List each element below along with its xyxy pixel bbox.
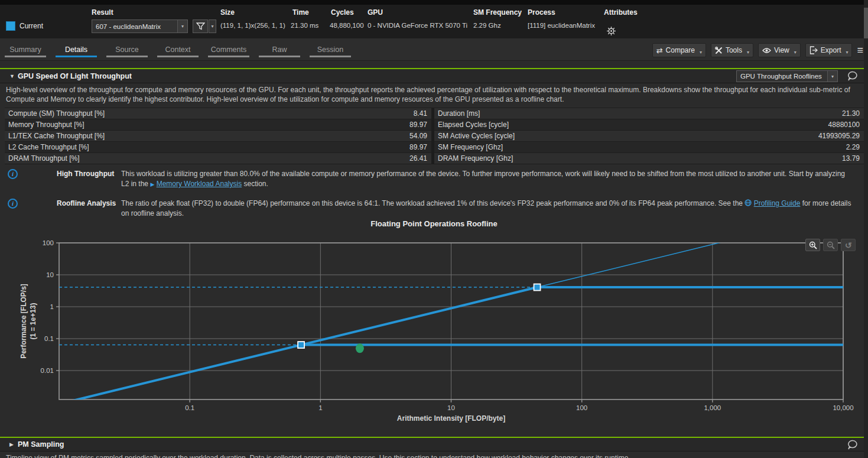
time-label: Time [292, 8, 309, 17]
table-row[interactable]: SM Frequency [Ghz]2.29 [434, 142, 864, 153]
x-tick-label: 10 [447, 404, 455, 411]
x-tick-label: 1 [318, 404, 322, 411]
metric-name: Elapsed Cycles [cycle] [434, 121, 509, 129]
result-label: Result [92, 8, 113, 17]
advisory-title: High Throughput [57, 170, 114, 178]
export-button[interactable]: Export ▾ [805, 43, 853, 57]
advisory-body: The ratio of peak float (FP32) to double… [121, 199, 743, 207]
view-button[interactable]: View ▾ [758, 43, 801, 57]
scrollbar-thumb[interactable] [864, 8, 868, 38]
comment-bubble-icon[interactable] [847, 70, 859, 82]
y-tick-label: 10 [46, 271, 54, 278]
y-axis-title: Performance [FLOP/s] [19, 284, 28, 359]
cycles-label: Cycles [331, 8, 354, 17]
memory-workload-analysis-link[interactable]: Memory Workload Analysis [157, 180, 242, 188]
attributes-gear-icon[interactable] [606, 26, 616, 36]
tab-comments[interactable]: Comments [203, 38, 254, 61]
table-row[interactable]: Duration [ms]21.30 [434, 108, 864, 119]
tab-context[interactable]: Context [152, 38, 203, 61]
view-eye-icon [762, 47, 771, 54]
tools-wrench-icon [715, 47, 723, 54]
attributes-label: Attributes [604, 8, 638, 17]
chart-zoom-out-button [823, 239, 838, 251]
sol-view-selector-dropdown[interactable]: GPU Throughput Rooflines ▾ [736, 70, 838, 82]
time-value: 21.30 ms [291, 22, 318, 29]
tab-summary[interactable]: Summary [0, 38, 51, 61]
sm-frequency-label: SM Frequency [473, 8, 522, 17]
tab-raw[interactable]: Raw [254, 38, 305, 61]
ridge-point-marker[interactable] [298, 342, 304, 348]
process-label: Process [528, 8, 555, 17]
filter-options-caret-button[interactable]: ▾ [209, 20, 216, 33]
y-tick-label: 100 [43, 239, 54, 246]
table-row[interactable]: L2 Cache Throughput [%]89.97 [5, 142, 431, 153]
tools-button[interactable]: Tools ▾ [711, 43, 753, 57]
compare-button-label: Compare [666, 46, 695, 54]
sol-view-selector-value: GPU Throughput Rooflines [737, 73, 827, 80]
section-link-icon: ▶ [150, 181, 154, 187]
roofline-chart: 0.11101001,00010,0001001010.10.01Arithme… [0, 233, 868, 434]
result-header-bar: Current Result 607 - euclideanMatrix ▾ ▾… [0, 5, 868, 39]
table-row[interactable]: Compute (SM) Throughput [%]8.41 [5, 108, 431, 119]
info-icon [8, 199, 18, 209]
metric-value: 2.29 [846, 143, 864, 151]
compare-button[interactable]: ⇄ Compare ▾ [652, 43, 706, 57]
process-value: [1119] euclideanMatrix [528, 22, 595, 29]
info-icon [8, 169, 18, 179]
current-result-label: Current [19, 22, 43, 30]
metric-value: 26.41 [409, 154, 431, 163]
x-axis-title: Arithmetic Intensity [FLOP/byte] [397, 414, 505, 423]
pm-sampling-description: Timeline view of PM metrics sampled peri… [6, 453, 863, 458]
sol-section-title: GPU Speed Of Light Throughput [18, 72, 132, 80]
reset-view-icon: ↺ [845, 241, 852, 249]
nsight-compute-window: Current Result 607 - euclideanMatrix ▾ ▾… [0, 0, 868, 458]
tab-details[interactable]: Details [51, 38, 102, 61]
comment-bubble-icon[interactable] [847, 439, 859, 451]
hamburger-menu-icon[interactable]: ≡ [857, 44, 863, 57]
expand-triangle-icon[interactable]: ▶ [9, 441, 18, 447]
profiling-guide-link[interactable]: Profiling Guide [754, 199, 801, 207]
advisory-text: This workload is utilizing greater than … [121, 169, 854, 190]
sol-description: High-level overview of the throughput fo… [6, 85, 863, 104]
advisory-title: Roofline Analysis [57, 199, 116, 207]
collapse-triangle-icon[interactable]: ▼ [9, 73, 18, 79]
pm-sampling-section-header[interactable]: ▶ PM Sampling [0, 438, 868, 451]
export-icon [810, 46, 818, 54]
metric-value: 48880100 [828, 121, 864, 129]
table-row[interactable]: L1/TEX Cache Throughput [%]54.09 [5, 131, 431, 142]
table-row[interactable]: DRAM Frequency [Ghz]13.79 [434, 153, 864, 164]
metric-value: 89.97 [409, 143, 431, 151]
metric-value: 41993095.29 [818, 132, 864, 140]
x-tick-label: 1,000 [704, 404, 721, 411]
sol-metrics-table-right: Duration [ms]21.30Elapsed Cycles [cycle]… [434, 108, 864, 164]
gpu-value: 0 - NVIDIA GeForce RTX 5070 Ti [368, 22, 467, 29]
tab-session[interactable]: Session [305, 38, 356, 61]
filter-funnel-icon [196, 22, 205, 30]
advisory-suffix: section. [244, 180, 268, 188]
y-axis-unit-note: (1 = 1e+13) [29, 303, 37, 339]
vertical-scrollbar[interactable] [864, 0, 868, 458]
achieved-value-point[interactable] [356, 343, 364, 353]
table-row[interactable]: SM Active Cycles [cycle]41993095.29 [434, 131, 864, 142]
memory-bandwidth-extension-line [537, 233, 843, 287]
chart-reset-view-button: ↺ [841, 239, 856, 251]
zoom-in-icon [809, 241, 817, 249]
x-tick-label: 100 [576, 404, 587, 411]
window-top-strip [0, 0, 868, 5]
table-row[interactable]: DRAM Throughput [%]26.41 [5, 153, 431, 164]
result-dropdown[interactable]: 607 - euclideanMatrix ▾ [92, 20, 188, 33]
gpu-label: GPU [368, 8, 383, 17]
table-row[interactable]: Memory Throughput [%]89.97 [5, 119, 431, 131]
pm-sampling-title: PM Sampling [18, 440, 64, 449]
result-filter-button[interactable] [193, 20, 208, 33]
table-row[interactable]: Elapsed Cycles [cycle]48880100 [434, 119, 864, 131]
metric-name: DRAM Throughput [%] [5, 154, 80, 163]
metric-name: SM Frequency [Ghz] [434, 143, 503, 151]
ridge-point-marker[interactable] [534, 284, 541, 291]
sol-metrics-table-left: Compute (SM) Throughput [%]8.41Memory Th… [5, 108, 431, 164]
metric-value: 54.09 [409, 132, 431, 140]
tab-source[interactable]: Source [102, 38, 152, 61]
chart-zoom-in-button[interactable] [805, 239, 820, 251]
current-result-color-swatch [6, 21, 15, 31]
y-tick-label: 0.1 [44, 335, 54, 342]
